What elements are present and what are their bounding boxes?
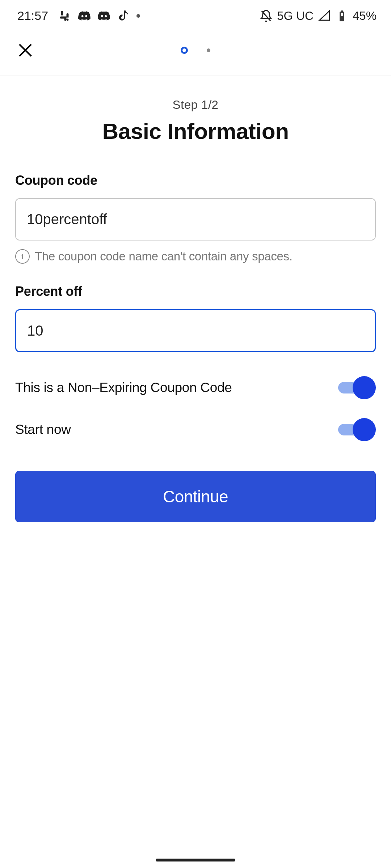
- start-now-toggle[interactable]: [338, 418, 376, 441]
- percent-off-label: Percent off: [15, 284, 376, 299]
- nav-bar-handle[interactable]: [156, 859, 235, 861]
- tiktok-icon: [117, 9, 130, 22]
- discord-icon: [78, 9, 91, 22]
- status-bar: 21:57 5G UC 45%: [0, 0, 391, 29]
- page-title: Basic Information: [15, 118, 376, 144]
- status-icons-left: [58, 9, 140, 22]
- start-now-row: Start now: [15, 418, 376, 441]
- status-left: 21:57: [17, 9, 140, 23]
- step-label: Step 1/2: [15, 98, 376, 112]
- discord-icon-2: [97, 9, 110, 22]
- slack-icon: [58, 9, 71, 22]
- coupon-code-hint-text: The coupon code name can't contain any s…: [35, 250, 293, 263]
- coupon-code-field: Coupon code i The coupon code name can't…: [15, 173, 376, 264]
- start-now-label: Start now: [15, 422, 71, 437]
- close-icon: [15, 40, 35, 60]
- close-button[interactable]: [14, 39, 36, 61]
- coupon-code-hint: i The coupon code name can't contain any…: [15, 249, 376, 264]
- status-right: 5G UC 45%: [260, 9, 377, 23]
- non-expiring-toggle[interactable]: [338, 376, 376, 399]
- signal-icon: [318, 9, 331, 22]
- battery-label: 45%: [353, 9, 377, 23]
- more-dot-icon: [136, 14, 140, 18]
- non-expiring-row: This is a Non–Expiring Coupon Code: [15, 376, 376, 399]
- coupon-code-input[interactable]: [15, 198, 376, 241]
- step-dot-2: [207, 48, 210, 52]
- battery-icon: [335, 9, 348, 22]
- continue-button[interactable]: Continue: [15, 471, 376, 522]
- network-label: 5G UC: [277, 9, 314, 23]
- non-expiring-label: This is a Non–Expiring Coupon Code: [15, 380, 232, 395]
- step-dot-1: [181, 47, 188, 54]
- bell-off-icon: [260, 9, 273, 22]
- info-icon: i: [15, 249, 30, 264]
- percent-off-input[interactable]: [15, 309, 376, 352]
- content: Step 1/2 Basic Information Coupon code i…: [0, 76, 391, 522]
- status-time: 21:57: [17, 9, 48, 23]
- percent-off-field: Percent off: [15, 284, 376, 352]
- coupon-code-label: Coupon code: [15, 173, 376, 188]
- step-indicator: [181, 47, 210, 54]
- header: [0, 29, 391, 76]
